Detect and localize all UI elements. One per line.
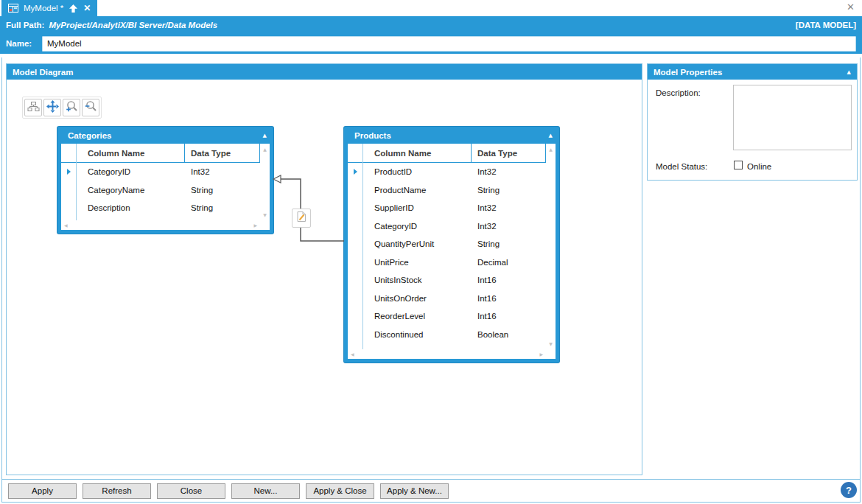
column-name-cell[interactable]: CategoryName: [76, 186, 185, 195]
data-type-cell[interactable]: Int16: [472, 276, 546, 284]
column-name-cell[interactable]: UnitsOnOrder: [362, 294, 472, 303]
data-type-cell[interactable]: Int16: [472, 294, 546, 303]
description-textarea[interactable]: [733, 85, 852, 150]
grid-header-row: Column Name Data Type: [61, 144, 260, 163]
navigate-up-icon[interactable]: [69, 4, 78, 13]
zoom-in-button[interactable]: [63, 99, 80, 116]
column-row[interactable]: ReorderLevel Int16: [348, 307, 546, 326]
column-rows: CategoryID Int32 CategoryName String Des…: [61, 163, 270, 217]
data-type-cell[interactable]: Boolean: [472, 330, 546, 339]
online-checkbox[interactable]: [734, 161, 743, 169]
collapse-up-icon[interactable]: ▲: [847, 69, 851, 75]
pan-icon: [46, 100, 59, 116]
data-type-cell[interactable]: Int32: [472, 222, 546, 231]
full-path-bar: Full Path: MyProject/AnalytiX/BI Server/…: [0, 16, 862, 33]
scroll-right-icon[interactable]: ▶: [253, 223, 257, 228]
diagram-canvas[interactable]: Categories ▲ Column Name Data Type Categ…: [7, 80, 642, 475]
auto-layout-button[interactable]: [24, 99, 42, 116]
data-type-cell[interactable]: String: [185, 203, 260, 212]
column-row[interactable]: UnitPrice Decimal: [348, 253, 546, 272]
column-name-cell[interactable]: Description: [76, 203, 185, 212]
column-row[interactable]: UnitsOnOrder Int16: [348, 290, 546, 308]
column-row[interactable]: SupplierID Int32: [348, 199, 546, 217]
scroll-left-icon[interactable]: ◀: [351, 351, 354, 357]
description-label: Description:: [656, 88, 701, 97]
column-header-type[interactable]: Data Type: [185, 144, 260, 162]
scroll-down-icon[interactable]: ▼: [549, 341, 553, 346]
horizontal-scrollbar[interactable]: ◀▶: [348, 349, 546, 359]
model-properties-title: Model Properties: [653, 68, 722, 77]
column-header-name[interactable]: Column Name: [362, 144, 472, 162]
vertical-scrollbar[interactable]: ▲▼: [260, 144, 270, 220]
horizontal-scrollbar[interactable]: ◀▶: [61, 220, 260, 230]
data-model-icon: [8, 4, 18, 13]
data-type-cell[interactable]: Int32: [472, 203, 546, 212]
entity-table-categories[interactable]: Categories ▲ Column Name Data Type Categ…: [57, 127, 273, 234]
auto-layout-icon: [27, 100, 40, 116]
row-indicator: [61, 169, 76, 175]
window-close-icon[interactable]: ✕: [847, 1, 855, 13]
column-name-cell[interactable]: Discontinued: [362, 330, 472, 339]
column-row[interactable]: ProductName String: [348, 181, 546, 200]
column-header-type[interactable]: Data Type: [472, 144, 546, 162]
entity-table-title: Products: [354, 131, 391, 140]
column-row[interactable]: CategoryName String: [61, 181, 260, 200]
entity-table-products[interactable]: Products ▲ Column Name Data Type Product…: [344, 127, 559, 363]
apply-close-button[interactable]: Apply & Close: [306, 483, 374, 499]
collapse-up-icon[interactable]: ▲: [263, 133, 267, 139]
entity-table-categories-header[interactable]: Categories ▲: [61, 127, 270, 144]
column-name-cell[interactable]: QuantityPerUnit: [362, 239, 472, 248]
data-type-cell[interactable]: String: [185, 186, 260, 195]
edit-relationship-button[interactable]: [292, 209, 311, 228]
scroll-left-icon[interactable]: ◀: [64, 223, 68, 228]
apply-button[interactable]: Apply: [8, 483, 77, 499]
column-row[interactable]: Discontinued Boolean: [348, 326, 546, 344]
column-name-cell[interactable]: CategoryID: [362, 222, 472, 231]
model-diagram-title: Model Diagram: [13, 68, 73, 77]
zoom-out-icon: [85, 100, 97, 116]
column-row[interactable]: UnitsInStock Int16: [348, 271, 546, 290]
tab-mymodel[interactable]: MyModel * ✕: [1, 0, 97, 16]
entity-table-grid: Column Name Data Type CategoryID Int32 C…: [61, 144, 270, 230]
column-row[interactable]: ProductID Int32: [348, 163, 546, 181]
zoom-in-icon: [66, 100, 78, 116]
collapse-up-icon[interactable]: ▲: [549, 133, 553, 139]
data-type-cell[interactable]: Int32: [185, 167, 260, 176]
column-row[interactable]: CategoryID Int32: [348, 217, 546, 236]
data-type-cell[interactable]: Int16: [472, 312, 546, 321]
close-button[interactable]: Close: [157, 483, 225, 499]
data-type-cell[interactable]: String: [472, 239, 546, 248]
name-row: Name:: [0, 33, 862, 54]
name-input[interactable]: [42, 36, 856, 52]
new-button[interactable]: New...: [231, 483, 300, 499]
column-name-cell[interactable]: SupplierID: [362, 203, 472, 212]
scroll-right-icon[interactable]: ▶: [539, 351, 543, 357]
footer-button-bar: ApplyRefreshCloseNew...Apply & CloseAppl…: [2, 479, 860, 502]
full-path-value: MyProject/AnalytiX/BI Server/Data Models: [49, 21, 217, 29]
column-name-cell[interactable]: ProductName: [362, 186, 472, 195]
data-type-cell[interactable]: Int32: [472, 167, 546, 176]
column-row[interactable]: QuantityPerUnit String: [348, 235, 546, 253]
row-indicator: [348, 169, 362, 175]
scroll-up-icon[interactable]: ▲: [549, 147, 553, 152]
data-type-cell[interactable]: Decimal: [472, 258, 546, 267]
scroll-up-icon[interactable]: ▲: [263, 147, 267, 152]
tab-close-icon[interactable]: ✕: [83, 4, 91, 13]
column-name-cell[interactable]: CategoryID: [76, 167, 185, 176]
column-header-name[interactable]: Column Name: [76, 144, 185, 162]
column-name-cell[interactable]: ReorderLevel: [362, 312, 472, 321]
column-row[interactable]: CategoryID Int32: [61, 163, 260, 181]
zoom-out-button[interactable]: [82, 99, 99, 116]
column-name-cell[interactable]: UnitsInStock: [362, 276, 472, 284]
column-name-cell[interactable]: ProductID: [362, 167, 472, 176]
column-name-cell[interactable]: UnitPrice: [362, 258, 472, 267]
refresh-button[interactable]: Refresh: [83, 483, 151, 499]
column-row[interactable]: Description String: [61, 199, 260, 217]
pan-button[interactable]: [43, 99, 61, 116]
help-button[interactable]: ?: [841, 482, 857, 498]
data-type-cell[interactable]: String: [472, 186, 546, 195]
vertical-scrollbar[interactable]: ▲▼: [546, 144, 556, 349]
apply-new-button[interactable]: Apply & New...: [380, 483, 449, 499]
scroll-down-icon[interactable]: ▼: [263, 212, 267, 217]
entity-table-products-header[interactable]: Products ▲: [348, 127, 556, 144]
